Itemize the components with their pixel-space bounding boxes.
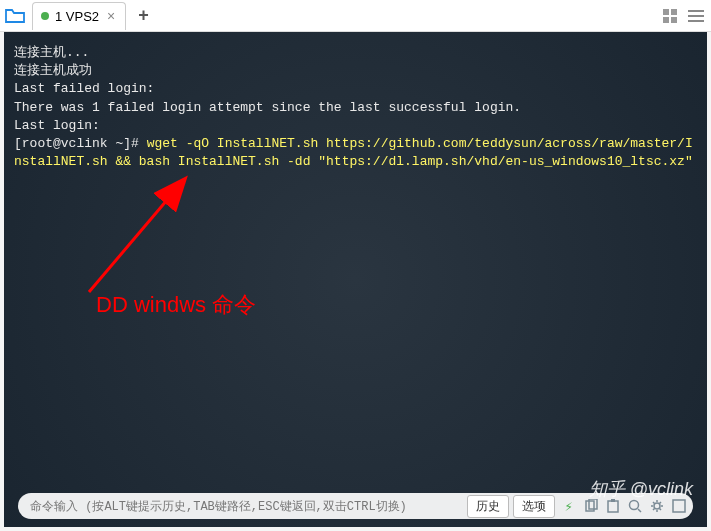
menu-icon[interactable]	[685, 5, 707, 27]
svg-rect-3	[671, 17, 677, 23]
gear-icon[interactable]	[647, 496, 667, 516]
paste-icon[interactable]	[603, 496, 623, 516]
grid-view-icon[interactable]	[659, 5, 681, 27]
svg-point-13	[630, 501, 639, 510]
terminal-line: Last failed login:	[14, 80, 697, 98]
tab-vps2[interactable]: 1 VPS2 ×	[32, 2, 126, 30]
annotation-label: DD windws 命令	[96, 290, 256, 320]
terminal-line: Last login:	[14, 117, 697, 135]
svg-rect-0	[663, 9, 669, 15]
svg-rect-5	[688, 15, 704, 17]
svg-rect-1	[671, 9, 677, 15]
tab-label: 1 VPS2	[55, 9, 99, 24]
terminal-line: There was 1 failed login attempt since t…	[14, 99, 697, 117]
annotation-arrow	[74, 172, 204, 302]
command-input[interactable]: 命令输入 (按ALT键提示历史,TAB键路径,ESC键返回,双击CTRL切换)	[30, 498, 463, 515]
bolt-icon: ⚡	[565, 498, 573, 515]
svg-rect-2	[663, 17, 669, 23]
terminal-pane[interactable]: 连接主机... 连接主机成功 Last failed login: There …	[4, 32, 707, 527]
folder-icon[interactable]	[4, 5, 26, 27]
fullscreen-icon[interactable]	[669, 496, 689, 516]
add-tab-button[interactable]: +	[130, 5, 157, 26]
close-icon[interactable]: ×	[107, 8, 115, 24]
svg-rect-12	[611, 499, 615, 502]
svg-rect-11	[608, 501, 618, 512]
svg-line-14	[638, 509, 641, 512]
tab-bar: 1 VPS2 × +	[0, 0, 711, 32]
svg-line-8	[89, 180, 184, 292]
copy-icon[interactable]	[581, 496, 601, 516]
search-icon[interactable]	[625, 496, 645, 516]
terminal-line: 连接主机成功	[14, 62, 697, 80]
terminal-line: 连接主机...	[14, 44, 697, 62]
command-bar: 命令输入 (按ALT键提示历史,TAB键路径,ESC键返回,双击CTRL切换) …	[18, 493, 693, 519]
status-dot-icon	[41, 12, 49, 20]
svg-rect-16	[673, 500, 685, 512]
terminal-command-line: [root@vclink ~]# wget -qO InstallNET.sh …	[14, 135, 697, 171]
svg-rect-6	[688, 20, 704, 22]
svg-rect-4	[688, 10, 704, 12]
svg-point-15	[654, 503, 660, 509]
history-button[interactable]: 历史	[467, 495, 509, 518]
options-button[interactable]: 选项	[513, 495, 555, 518]
